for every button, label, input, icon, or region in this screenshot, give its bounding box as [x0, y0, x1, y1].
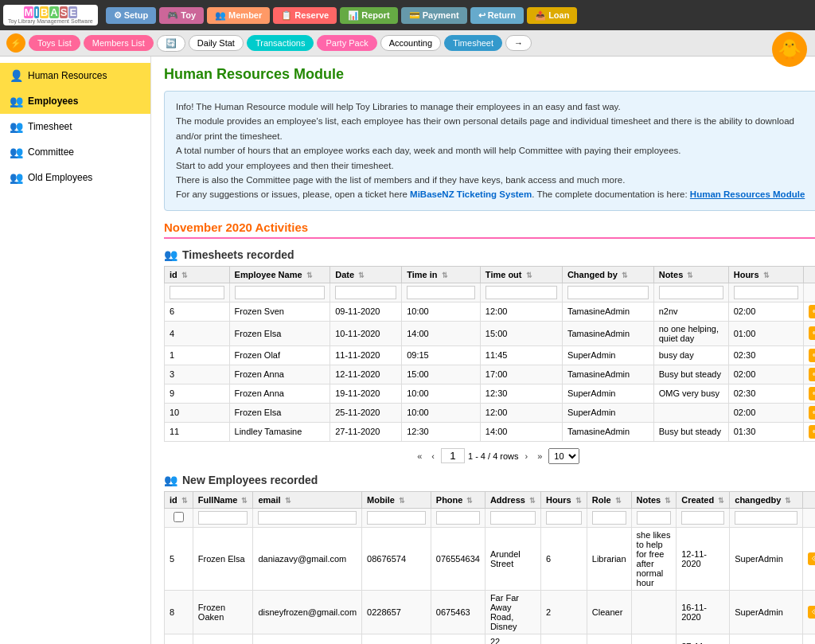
timesheet-icon: 👥: [10, 120, 23, 133]
ts-time-in-5: 10:00: [402, 403, 481, 422]
ts-edit-btn-3[interactable]: ✏: [809, 368, 815, 381]
nav-report-button[interactable]: 📊 Report: [340, 7, 398, 24]
ne-changedby-0: SuperAdmin: [730, 527, 802, 590]
table-row: 10 Frozen Elsa 25-11-2020 10:00 12:00 Su…: [165, 403, 816, 422]
filter-changed-by[interactable]: [567, 286, 649, 299]
ts-edit-btn-0[interactable]: ✏: [809, 305, 815, 318]
employees-icon: 👥: [10, 95, 23, 107]
ne-filter-changedby[interactable]: [735, 511, 797, 525]
ne-view-btn-0[interactable]: 👁: [808, 552, 815, 565]
nav-members-list-button[interactable]: Members List: [84, 35, 154, 51]
nav-setup-button[interactable]: ⚙ Setup: [106, 7, 157, 24]
sidebar-item-old-employees[interactable]: 👥 Old Employees: [0, 165, 150, 190]
ne-fullname-1: Frozen Oaken: [193, 590, 253, 634]
ne-created-0: 12-11-2020: [677, 527, 730, 590]
pagination-first[interactable]: «: [414, 450, 425, 463]
ne-filter-role[interactable]: [592, 511, 626, 525]
ts-employee-4: Frozen Anna: [229, 384, 330, 403]
ts-date-3: 12-11-2020: [330, 365, 402, 384]
ne-filter-email[interactable]: [258, 511, 357, 525]
filter-date[interactable]: [335, 286, 396, 299]
filter-time-in[interactable]: [407, 286, 475, 299]
ts-changed-by-3: TamasineAdmin: [562, 365, 653, 384]
nav-home-button[interactable]: ⚡: [6, 33, 25, 53]
ts-edit-btn-4[interactable]: ✏: [809, 387, 815, 400]
ne-changedby-1: SuperAdmin: [730, 590, 802, 634]
ne-col-notes: Notes ⇅: [631, 491, 677, 508]
pagination-prev[interactable]: ‹: [428, 450, 438, 463]
ne-id-0: 5: [165, 527, 193, 590]
nav-daily-stat-button[interactable]: Daily Stat: [189, 35, 244, 51]
filter-id[interactable]: [170, 286, 224, 299]
pagination-current[interactable]: [441, 448, 465, 463]
ts-date-5: 25-11-2020: [330, 403, 402, 422]
ts-hours-1: 01:00: [728, 321, 804, 345]
sidebar-item-committee[interactable]: 👥 Committee: [0, 139, 150, 165]
ts-notes-4: OMG very busy: [653, 384, 728, 403]
ne-filter-phone[interactable]: [436, 511, 480, 525]
filter-hours[interactable]: [734, 286, 799, 299]
ne-phone-0: 076554634: [431, 527, 485, 590]
ts-time-in-3: 15:00: [402, 365, 481, 384]
ts-hours-2: 02:30: [728, 345, 804, 365]
filter-time-out[interactable]: [485, 286, 557, 299]
ts-edit-btn-5[interactable]: ✏: [809, 406, 815, 420]
ne-col-mobile: Mobile ⇅: [362, 491, 431, 508]
info-text-3: A total number of hours that an employee…: [176, 146, 681, 155]
col-id: id ⇅: [165, 266, 230, 283]
nav-arrow-button[interactable]: →: [505, 35, 532, 51]
filter-select-all[interactable]: [170, 512, 188, 522]
sidebar-item-timesheet[interactable]: 👥 Timesheet: [0, 114, 150, 139]
ne-col-hours: Hours ⇅: [540, 491, 587, 508]
main-content: Human Resources Module Info! The Human R…: [151, 57, 815, 644]
info-text-5: There is also the Committee page with th…: [176, 175, 625, 185]
nav-loan-button[interactable]: 📤 Loan: [527, 7, 577, 24]
pagination-last[interactable]: »: [534, 450, 545, 463]
ts-employee-3: Frozen Anna: [229, 365, 330, 384]
pagination-info: 1 - 4 / 4 rows: [468, 451, 519, 461]
sidebar-item-employees[interactable]: 👥 Employees: [0, 88, 150, 114]
nav-toys-list-button[interactable]: Toys List: [29, 35, 80, 51]
ne-view-btn-1[interactable]: 👁: [808, 606, 815, 619]
ts-edit-btn-2[interactable]: ✏: [809, 349, 815, 362]
nav-toy-button[interactable]: 🎮 Toy: [159, 7, 204, 24]
ne-col-phone: Phone ⇅: [431, 491, 485, 508]
filter-notes[interactable]: [659, 286, 723, 299]
nav-timesheet-button[interactable]: Timesheet: [444, 35, 502, 51]
timesheets-filter-row: [165, 283, 816, 302]
info-text-6: For any suggestions or issues, please, o…: [176, 189, 410, 199]
nav-refresh-button[interactable]: 🔄: [157, 35, 185, 52]
nav-reserve-button[interactable]: 📋 Reserve: [273, 7, 337, 24]
ne-hours-2: 8: [540, 634, 587, 644]
ne-notes-2: [631, 634, 677, 644]
nav-accounting-button[interactable]: Accounting: [380, 35, 441, 51]
ne-filter-created[interactable]: [681, 511, 724, 525]
nav-party-pack-button[interactable]: Party Pack: [317, 35, 376, 51]
ts-edit-btn-1[interactable]: ✏: [809, 326, 815, 340]
new-employees-section-title: 👥 New Employees recorded: [164, 474, 815, 486]
new-employees-header-row: id ⇅ FullName ⇅ email ⇅ Mobile ⇅ Phone ⇅…: [165, 491, 816, 508]
pagination-next[interactable]: ›: [522, 450, 532, 463]
human-resources-icon: 👤: [10, 69, 23, 82]
filter-employee[interactable]: [235, 286, 326, 299]
ticketing-link[interactable]: MiBaseNZ Ticketing System: [410, 189, 532, 199]
ne-filter-notes[interactable]: [637, 511, 672, 525]
ne-filter-address[interactable]: [490, 511, 536, 525]
nav-transactions-button[interactable]: Transactions: [247, 35, 314, 51]
nav-member-button[interactable]: 👥 Member: [207, 7, 270, 24]
ne-filter-fullname[interactable]: [198, 511, 248, 525]
sidebar-item-human-resources[interactable]: 👤 Human Resources: [0, 63, 150, 88]
pagination-rows-select[interactable]: 10 25 50: [548, 448, 579, 464]
ts-time-in-4: 10:00: [402, 384, 481, 403]
ne-filter-mobile[interactable]: [367, 511, 426, 525]
ts-edit-btn-6[interactable]: ✏: [809, 425, 815, 439]
nav-return-button[interactable]: ↩ Return: [470, 7, 524, 24]
ne-phone-1: 0675463: [431, 590, 485, 634]
ne-filter-hours[interactable]: [546, 511, 582, 525]
logo: M I B A S E Toy Library Management Softw…: [3, 5, 98, 25]
nav-payment-button[interactable]: 💳 Payment: [401, 7, 467, 24]
ts-time-in-1: 14:00: [402, 321, 481, 345]
hr-module-link[interactable]: Human Resources Module: [690, 189, 805, 199]
ne-changedby-2: TamasineAdmin: [730, 634, 802, 644]
ts-id-3: 3: [165, 365, 230, 384]
